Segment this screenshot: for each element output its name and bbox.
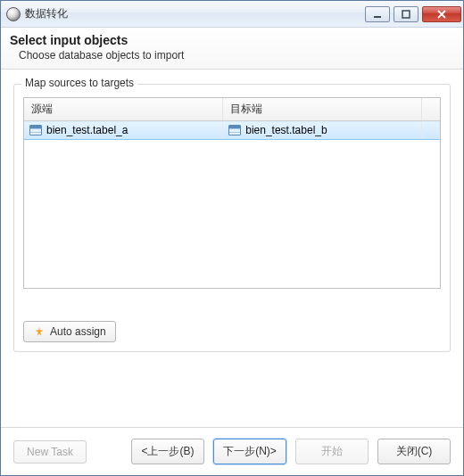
app-icon — [6, 7, 21, 21]
next-button[interactable]: 下一步(N)> — [213, 439, 286, 464]
table-icon — [228, 125, 241, 135]
close-button[interactable] — [422, 6, 461, 22]
window-controls — [365, 6, 461, 22]
source-cell: bien_test.tabel_a — [46, 124, 128, 136]
auto-assign-label: Auto assign — [50, 325, 106, 338]
minimize-button[interactable] — [365, 6, 390, 22]
table-icon — [29, 125, 42, 135]
target-cell: bien_test.tabel_b — [245, 124, 327, 136]
dialog-window: 数据转化 Select input objects Choose databas… — [0, 0, 464, 476]
start-button: 开始 — [295, 439, 369, 464]
wizard-header: Select input objects Choose database obj… — [1, 28, 463, 69]
auto-assign-button[interactable]: Auto assign — [23, 321, 116, 342]
column-header-target[interactable]: 目标端 — [223, 98, 422, 121]
star-icon — [33, 325, 46, 338]
svg-rect-0 — [374, 16, 381, 18]
content-area: Map sources to targets 源端 目标端 — [1, 70, 463, 427]
maximize-button[interactable] — [394, 6, 418, 22]
close-footer-button[interactable]: 关闭(C) — [377, 439, 451, 464]
maximize-icon — [402, 10, 410, 19]
page-title: Select input objects — [10, 33, 454, 47]
mapping-group: Map sources to targets 源端 目标端 — [13, 84, 451, 352]
mapping-table[interactable]: 源端 目标端 bien_test.tabel_a — [23, 97, 441, 289]
column-header-spacer — [422, 98, 440, 121]
back-button[interactable]: <上一步(B) — [131, 439, 204, 464]
minimize-icon — [373, 10, 382, 19]
close-icon — [437, 10, 446, 19]
titlebar[interactable]: 数据转化 — [1, 1, 463, 28]
svg-rect-1 — [402, 11, 410, 18]
page-subtitle: Choose database objects to import — [10, 49, 454, 62]
table-row[interactable]: bien_test.tabel_a bien_test.tabel_b — [24, 121, 440, 140]
wizard-footer: New Task <上一步(B) 下一步(N)> 开始 关闭(C) — [1, 427, 463, 475]
column-header-source[interactable]: 源端 — [24, 98, 223, 121]
group-title: Map sources to targets — [21, 77, 137, 89]
new-task-button: New Task — [13, 440, 87, 464]
window-title: 数据转化 — [25, 6, 365, 21]
